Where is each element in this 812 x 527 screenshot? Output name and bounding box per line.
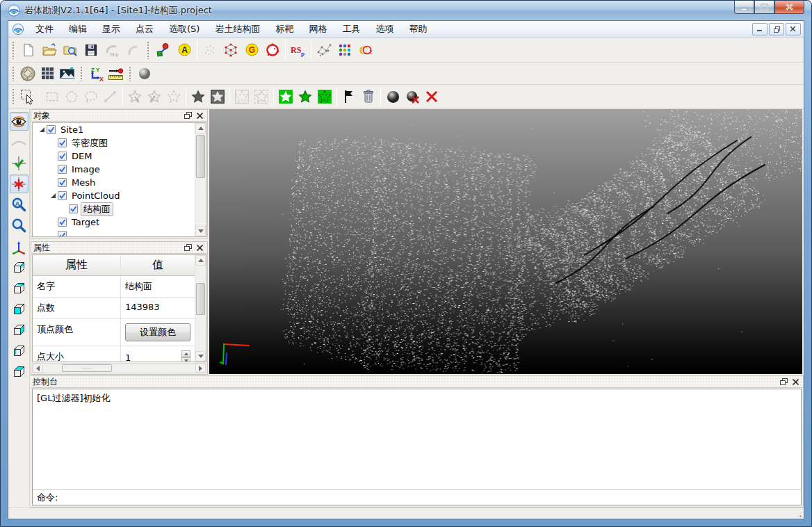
circle-g-icon[interactable]: G [241,40,262,60]
close-button[interactable] [774,1,804,14]
select-cursor-icon[interactable] [18,87,38,106]
objects-panel-header[interactable]: 对象 [31,110,207,122]
tree-vertical-scrollbar[interactable] [195,123,206,236]
green-box-dashed-icon[interactable] [315,87,334,106]
green-box-star-icon[interactable] [276,87,295,106]
toolbar-grip[interactable] [11,65,17,81]
tree-item-Site1[interactable]: Site1 [33,123,206,136]
toolbar-grip[interactable] [79,65,85,81]
expand-arrow-icon[interactable] [48,193,58,199]
close-panel-icon[interactable] [790,377,801,387]
close-panel-icon[interactable] [195,111,205,120]
scroll-right-icon[interactable] [195,364,206,373]
title-bar[interactable]: 岩体勘测V2.1.1[64] - [Site1]-结构面.project [1,1,811,20]
checkbox-checked-icon[interactable] [69,204,78,213]
color-grid-icon[interactable] [334,40,355,60]
image-view-icon[interactable] [57,64,76,83]
checkbox-checked-icon[interactable] [58,152,67,161]
sphere-poly-icon[interactable] [18,64,38,83]
close-panel-icon[interactable] [195,243,205,252]
float-panel-icon[interactable] [183,111,193,120]
flag-black-icon[interactable] [339,87,359,106]
float-panel-icon[interactable] [183,243,193,252]
circle-c-icon[interactable]: C2 [355,40,376,60]
star-cross-icon[interactable] [10,175,29,193]
menu-item-6[interactable]: 岩土结构面 [207,21,268,38]
axes-rgb-icon[interactable] [10,237,29,256]
tree-item-结构面[interactable]: 结构面 [33,202,206,216]
tree-item-label[interactable]: DEM [70,151,94,161]
tree-item-Target[interactable]: Target [33,216,206,229]
tree-item-label[interactable]: Target [70,217,102,227]
tree-item-label[interactable]: PointCloud [70,190,122,201]
checkbox-checked-icon[interactable] [58,218,67,227]
mesh-box-icon[interactable] [220,40,241,60]
set-color-button[interactable]: 设置颜色 [125,323,190,341]
red-x-icon[interactable] [422,87,441,106]
viewport-canvas[interactable] [209,109,802,374]
checkbox-checked-icon[interactable] [58,178,67,187]
zoom-a-icon[interactable]: A [10,195,29,214]
checkbox-checked-icon[interactable] [58,231,67,237]
menu-item-10[interactable]: 选项 [368,21,401,38]
folder-find-icon[interactable] [60,40,81,60]
tree-item-PointCloud[interactable]: PointCloud [33,189,206,202]
scroll-up-icon[interactable] [195,255,206,266]
zoom-icon[interactable] [10,216,29,235]
cube-left-icon[interactable] [10,341,29,360]
ruler-icon[interactable] [106,64,125,83]
register-icon[interactable] [153,40,174,60]
file-new-icon[interactable] [18,40,39,60]
command-prompt[interactable]: 命令: [33,489,801,505]
checkbox-checked-icon[interactable] [47,125,56,134]
axes-zyx-icon[interactable]: ZYX [86,64,106,83]
circle-o-icon[interactable] [262,40,283,60]
menu-item-8[interactable]: 网格 [301,21,334,38]
tree-item-label[interactable]: Site1 [58,124,86,135]
menu-item-1[interactable]: 文件 [28,21,61,38]
spinner-down-icon[interactable] [181,357,190,362]
save-icon[interactable] [81,40,102,60]
properties-scroll-thumb[interactable] [196,283,205,315]
mdi-close-button[interactable] [786,23,801,35]
mdi-restore-button[interactable] [769,23,784,35]
toolbar-grip[interactable] [128,65,133,81]
menu-item-4[interactable]: 点云 [128,21,161,38]
tree-item-label[interactable]: Image [70,164,102,175]
point-size-field[interactable]: 1 [125,352,181,363]
minimize-button[interactable] [734,1,754,14]
cube-back-icon[interactable] [10,279,29,298]
menu-item-3[interactable]: 显示 [95,21,128,38]
folder-open-icon[interactable] [39,40,60,60]
mdi-minimize-button[interactable] [752,23,768,35]
checkbox-checked-icon[interactable] [58,191,67,200]
green-star-icon[interactable] [295,87,315,106]
properties-horizontal-scrollbar[interactable] [32,363,206,373]
properties-hscroll-thumb[interactable] [62,364,112,372]
scroll-down-icon[interactable] [195,351,206,362]
scroll-left-icon[interactable] [33,364,43,373]
menu-item-7[interactable]: 标靶 [268,21,301,38]
tree-item-Image[interactable]: Image [33,163,206,176]
check-cross-icon[interactable] [10,154,29,172]
checkbox-checked-icon[interactable] [58,165,67,174]
maximize-button[interactable] [754,1,774,14]
grid-dark-icon[interactable] [38,64,57,83]
cube-iso-icon[interactable] [10,258,29,277]
sphere-x-icon[interactable] [403,87,422,106]
cube-right-icon[interactable] [10,321,29,339]
float-panel-icon[interactable] [779,377,789,387]
tree-item-label[interactable]: Mesh [70,177,97,188]
cube-top-icon[interactable] [10,362,29,381]
circle-a-icon[interactable]: A [174,40,195,60]
tree-item-等密度图[interactable]: 等密度图 [33,136,206,149]
tree-item-label[interactable]: 等密度图 [70,137,110,149]
star-dark-box-icon[interactable] [208,87,227,106]
tree-item[interactable] [33,229,206,237]
toolbar-grip[interactable] [11,88,17,106]
tree-scroll-thumb[interactable] [196,135,205,178]
tree-item-DEM[interactable]: DEM [33,149,206,163]
3d-viewport[interactable] [209,109,802,374]
toolbar-grip[interactable] [146,40,152,59]
trash-icon[interactable] [359,87,378,106]
